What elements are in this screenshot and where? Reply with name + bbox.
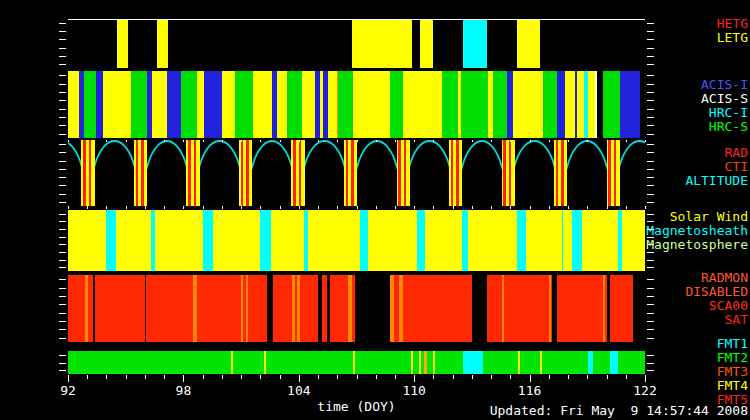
side-tick xyxy=(647,214,654,215)
day-tick xyxy=(337,375,338,379)
side-tick xyxy=(59,31,66,32)
perigee-rad-stripe xyxy=(451,140,453,206)
side-tick xyxy=(647,370,654,371)
segment xyxy=(304,210,308,271)
day-tick xyxy=(87,375,88,379)
side-tick xyxy=(59,329,66,330)
segment xyxy=(277,71,287,138)
segment xyxy=(84,71,96,138)
day-tick xyxy=(260,140,261,142)
plot-area: 9298104110116122 time (DOY) xyxy=(68,0,645,420)
side-tick xyxy=(59,39,66,40)
day-tick xyxy=(453,375,454,379)
legend-label: ACIS-S xyxy=(645,92,748,106)
legend-label: SCA00 xyxy=(645,299,748,313)
day-tick xyxy=(126,140,127,142)
segment xyxy=(267,275,273,342)
day-tick xyxy=(241,140,242,142)
side-tick xyxy=(647,244,654,245)
day-tick xyxy=(260,375,261,379)
perigee-rad-stripe xyxy=(561,140,563,206)
side-tick xyxy=(647,202,654,203)
day-tick xyxy=(376,140,377,142)
legend-label: LETG xyxy=(645,31,748,45)
day-tick xyxy=(145,140,146,142)
side-tick xyxy=(647,296,654,297)
day-tick xyxy=(433,140,434,142)
side-tick xyxy=(59,109,66,110)
perigee-rad-stripe xyxy=(556,140,558,206)
side-tick xyxy=(647,100,654,101)
perigee-marker xyxy=(607,140,620,206)
perigee-rad-stripe xyxy=(83,140,85,206)
day-tick xyxy=(530,140,531,142)
segment xyxy=(517,20,540,68)
side-tick xyxy=(59,288,66,289)
legend-instruments: ACIS-IACIS-SHRC-IHRC-S xyxy=(645,78,748,134)
segment xyxy=(562,210,563,271)
day-tick xyxy=(203,375,204,379)
day-tick xyxy=(68,206,69,209)
x-tick-label: 110 xyxy=(402,383,425,398)
side-tick xyxy=(59,244,66,245)
side-tick xyxy=(647,117,654,118)
side-tick xyxy=(59,229,66,230)
perigee-rad-stripe xyxy=(241,140,243,206)
side-tick xyxy=(647,92,654,93)
legend-label: SAT xyxy=(645,313,748,327)
side-tick xyxy=(647,169,654,170)
day-tick xyxy=(549,206,550,209)
day-tick xyxy=(299,140,300,142)
segment xyxy=(145,275,147,342)
side-tick xyxy=(59,267,66,268)
side-tick xyxy=(647,252,654,253)
side-tick xyxy=(647,144,654,145)
x-tick-label: 116 xyxy=(518,383,541,398)
perigee-marker xyxy=(397,140,410,206)
perigee-marker xyxy=(449,140,462,206)
day-tick xyxy=(530,375,531,382)
segment xyxy=(472,275,487,342)
side-tick xyxy=(59,100,66,101)
side-tick xyxy=(59,321,66,322)
side-tick xyxy=(647,313,654,314)
day-tick xyxy=(145,206,146,209)
segment xyxy=(181,71,197,138)
side-tick xyxy=(59,169,66,170)
day-tick xyxy=(280,375,281,379)
side-tick xyxy=(59,23,66,24)
day-tick xyxy=(183,206,184,209)
segment xyxy=(193,275,197,342)
legend-label: RADMON xyxy=(645,271,748,285)
day-tick xyxy=(472,140,473,142)
side-tick xyxy=(647,185,654,186)
legend-label: Magnetosheath xyxy=(645,224,748,238)
side-tick xyxy=(59,161,66,162)
segment xyxy=(610,351,618,374)
segment xyxy=(152,71,167,138)
day-tick xyxy=(203,206,204,209)
perigee-marker xyxy=(81,140,94,206)
legend-label: FMT4 xyxy=(645,379,748,393)
side-tick xyxy=(647,288,654,289)
segment xyxy=(603,275,605,342)
segment xyxy=(264,351,266,374)
segment xyxy=(246,275,248,342)
day-tick xyxy=(357,206,358,209)
side-tick xyxy=(647,75,654,76)
side-tick xyxy=(59,177,66,178)
segment xyxy=(348,275,352,342)
side-tick xyxy=(647,39,654,40)
side-tick xyxy=(59,260,66,261)
altitude-arc xyxy=(508,140,561,206)
segment xyxy=(419,351,421,374)
perigee-marker xyxy=(134,140,147,206)
side-tick xyxy=(647,134,654,135)
day-tick xyxy=(433,375,434,379)
side-tick xyxy=(59,304,66,305)
day-tick xyxy=(510,206,511,209)
side-tick xyxy=(59,92,66,93)
perigee-rad-stripe xyxy=(299,140,301,206)
day-tick xyxy=(626,140,627,142)
perigee-marker xyxy=(554,140,567,206)
